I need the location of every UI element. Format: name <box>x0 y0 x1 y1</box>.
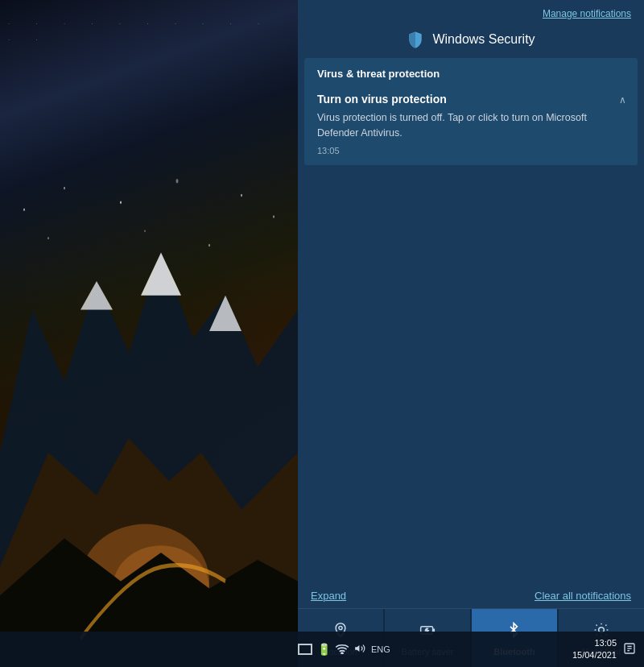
notification-title: Turn on virus protection <box>317 93 625 106</box>
notification-spacer <box>298 165 644 584</box>
taskbar-left: 🔋 ENG <box>0 643 390 657</box>
manage-notifications-link[interactable]: Manage notifications <box>298 0 644 24</box>
svg-marker-29 <box>355 644 359 651</box>
notification-time: 13:05 <box>317 146 625 155</box>
svg-point-17 <box>339 626 342 629</box>
clear-all-button[interactable]: Clear all notifications <box>535 590 631 602</box>
svg-marker-10 <box>80 281 113 309</box>
taskbar-clock[interactable]: 13:05 15/04/2021 <box>572 637 617 662</box>
action-center-icon[interactable] <box>623 642 636 657</box>
volume-taskbar-icon <box>353 643 366 657</box>
windows-security-icon <box>407 31 424 48</box>
battery-taskbar-icon: 🔋 <box>317 643 331 656</box>
svg-point-3 <box>176 179 179 183</box>
svg-point-5 <box>273 215 275 218</box>
bottom-actions: Expand Clear all notifications <box>298 583 644 608</box>
taskbar: 🔋 ENG 13:05 15/04/2021 <box>0 632 644 667</box>
taskbar-start-area <box>298 644 312 655</box>
notification-card[interactable]: Virus & threat protection Turn on virus … <box>304 58 638 165</box>
svg-line-22 <box>597 624 597 625</box>
svg-point-2 <box>120 201 122 205</box>
svg-point-0 <box>23 208 25 211</box>
expand-button[interactable]: Expand <box>311 590 346 602</box>
svg-point-7 <box>144 230 146 232</box>
card-header: Virus & threat protection <box>304 58 638 86</box>
svg-point-8 <box>208 244 210 247</box>
app-title: Windows Security <box>432 32 535 47</box>
card-body: Turn on virus protection Virus protectio… <box>304 86 638 165</box>
taskbar-right: 13:05 15/04/2021 <box>572 637 644 662</box>
svg-point-4 <box>241 194 242 197</box>
language-label[interactable]: ENG <box>371 644 390 654</box>
svg-line-27 <box>605 624 606 625</box>
chevron-up-icon[interactable]: ∧ <box>619 94 626 106</box>
svg-point-28 <box>341 652 343 654</box>
svg-point-1 <box>64 187 65 190</box>
wallpaper <box>0 0 298 667</box>
svg-marker-11 <box>141 252 181 295</box>
notification-text: Virus protection is turned off. Tap or c… <box>317 110 625 141</box>
notification-panel: Manage notifications Windows Security Vi… <box>298 0 644 667</box>
wifi-taskbar-icon <box>336 643 349 657</box>
app-header: Windows Security <box>298 24 644 58</box>
svg-point-6 <box>47 237 49 239</box>
taskbar-time: 13:05 <box>594 637 617 649</box>
taskbar-date: 15/04/2021 <box>572 649 617 661</box>
